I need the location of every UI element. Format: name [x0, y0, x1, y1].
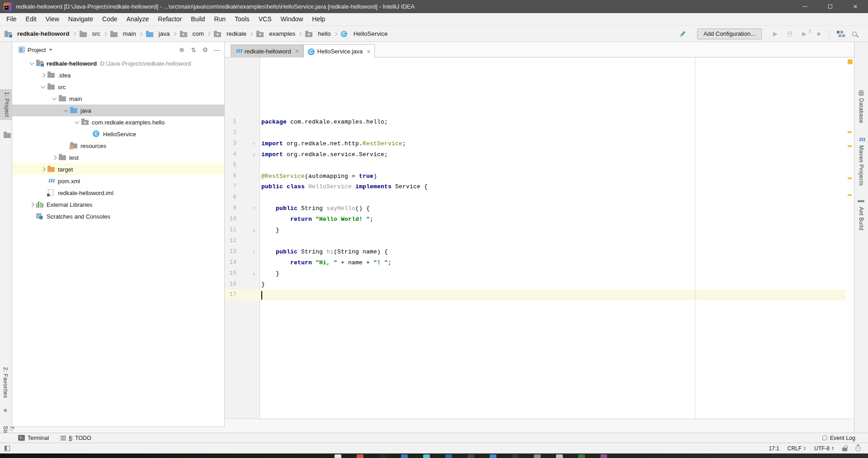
chevron-down-icon[interactable]	[50, 98, 59, 100]
breadcrumb-item-src[interactable]: src	[80, 30, 101, 37]
stop-icon[interactable]: ■	[814, 29, 824, 39]
toolwindow-button-todo[interactable]: 6: TODO	[61, 435, 91, 441]
toolwindow-toggle-icon[interactable]	[5, 446, 10, 451]
menu-item-navigate[interactable]: Navigate	[64, 13, 98, 25]
chevron-right-icon[interactable]	[38, 74, 47, 77]
menu-item-vcs[interactable]: VCS	[254, 13, 276, 25]
chevron-down-icon[interactable]	[27, 62, 36, 64]
tree-row[interactable]: Scratches and Consoles	[12, 210, 224, 222]
tree-row[interactable]: com.redkale.examples.hello	[12, 116, 224, 128]
fold-marker-icon[interactable]: ▵	[253, 268, 255, 279]
menu-item-tools[interactable]: Tools	[230, 13, 254, 25]
chevron-down-icon[interactable]	[72, 121, 81, 123]
menu-item-view[interactable]: View	[41, 13, 64, 25]
toolwindow-button-event-log[interactable]: Event Log	[822, 435, 855, 441]
code-line-4[interactable]: 4▵import org.redkale.service.Service;	[225, 149, 849, 160]
breadcrumb-item-examples[interactable]: examples	[256, 30, 296, 37]
code-line-13[interactable]: 13▿ public String hi(String name) {	[225, 247, 849, 258]
fold-marker-icon[interactable]: ▿	[253, 247, 255, 258]
chevron-right-icon[interactable]	[50, 156, 59, 159]
run-icon[interactable]: ▶	[770, 29, 780, 39]
caret-position-widget[interactable]: 17:1	[769, 445, 779, 452]
edit-configurations-pencil-icon[interactable]	[678, 29, 688, 39]
tree-row[interactable]: redkale-helloword.iml	[12, 187, 224, 199]
debug-icon[interactable]	[785, 29, 795, 39]
code-line-7[interactable]: 7public class HelloService implements Se…	[225, 181, 849, 192]
tree-row[interactable]: mpom.xml	[12, 175, 224, 187]
line-separator-widget[interactable]: CRLF▲▼	[788, 445, 806, 452]
code-line-10[interactable]: 10 return "Hello World! ";	[225, 214, 849, 225]
project-structure-icon[interactable]	[835, 29, 845, 39]
gear-icon[interactable]: ⚙	[199, 46, 211, 53]
menu-item-build[interactable]: Build	[186, 13, 209, 25]
tree-row[interactable]: java	[12, 105, 224, 116]
toolwindow-button-project[interactable]: 1: Project	[0, 89, 12, 120]
code-line-16[interactable]: 16}	[225, 279, 849, 290]
fold-marker-icon[interactable]: ▵	[253, 225, 255, 236]
menu-item-window[interactable]: Window	[276, 13, 308, 25]
code-line-2[interactable]: 2	[225, 128, 849, 138]
chevron-right-icon[interactable]	[38, 168, 47, 171]
toolwindow-button-ant-build[interactable]: Ant Build	[858, 207, 864, 231]
collapse-all-icon[interactable]: ⇅	[188, 47, 199, 53]
fold-marker-icon[interactable]: ▿	[253, 203, 255, 214]
code-line-15[interactable]: 15▵ }	[225, 268, 849, 279]
code-line-11[interactable]: 11▵ }	[225, 225, 849, 236]
code-line-9[interactable]: 9▿ public String sayHello() {	[225, 203, 849, 214]
breadcrumb-item-redkale-helloword[interactable]: redkale-helloword	[5, 30, 71, 37]
fold-marker-icon[interactable]: ▵	[253, 149, 255, 160]
tree-row[interactable]: CHelloService	[12, 128, 224, 140]
menu-item-analyze[interactable]: Analyze	[122, 13, 154, 25]
breadcrumb-item-helloservice[interactable]: CHelloService	[341, 30, 389, 37]
chevron-right-icon[interactable]	[27, 203, 36, 206]
hide-panel-icon[interactable]: —	[211, 46, 223, 53]
code-line-5[interactable]: 5	[225, 160, 849, 171]
chevron-down-icon[interactable]	[38, 86, 47, 88]
tree-row[interactable]: src	[12, 81, 224, 93]
fold-marker-icon[interactable]: ▿	[253, 138, 255, 149]
close-tab-icon[interactable]: ×	[367, 48, 370, 55]
hector-inspection-icon[interactable]	[855, 446, 861, 451]
star-icon[interactable]: ★	[3, 407, 8, 414]
breadcrumb-item-redkale[interactable]: redkale	[214, 30, 247, 37]
code-line-12[interactable]: 12	[225, 236, 849, 247]
breadcrumb-item-com[interactable]: com	[180, 30, 205, 37]
code-editor[interactable]: 1package com.redkale.examples.hello;23▿i…	[225, 57, 854, 419]
toolwindow-button-maven-projects[interactable]: Maven Projects	[858, 145, 864, 186]
menu-item-refactor[interactable]: Refactor	[153, 13, 186, 25]
breadcrumb-item-main[interactable]: main	[110, 30, 137, 37]
search-everywhere-icon[interactable]	[849, 29, 859, 39]
minimize-button[interactable]	[792, 0, 817, 13]
menu-item-file[interactable]: File	[2, 13, 21, 25]
code-line-1[interactable]: 1package com.redkale.examples.hello;	[225, 117, 849, 128]
code-line-17[interactable]: 17	[225, 290, 849, 301]
unlock-icon[interactable]	[842, 448, 847, 451]
tree-row[interactable]: .idea	[12, 69, 224, 81]
tree-row[interactable]: redkale-hellowordD:\Java-Projects\redkal…	[12, 57, 224, 69]
tree-row[interactable]: External Libraries	[12, 199, 224, 210]
breadcrumb-item-java[interactable]: java	[146, 30, 171, 37]
tree-row[interactable]: resources	[12, 140, 224, 152]
code-line-8[interactable]: 8	[225, 192, 849, 203]
editor-tab-helloservice.java[interactable]: CHelloService.java×	[303, 44, 375, 58]
code-line-6[interactable]: 6@RestService(automapping = true)	[225, 171, 849, 182]
close-button[interactable]: ✕	[843, 0, 868, 13]
tree-row[interactable]: test	[12, 152, 224, 163]
locate-file-icon[interactable]: ⊕	[176, 46, 188, 53]
tree-row[interactable]: target	[12, 163, 224, 175]
add-configuration-button[interactable]: Add Configuration...	[697, 29, 762, 39]
project-panel-title[interactable]: Project	[28, 47, 46, 53]
code-line-3[interactable]: 3▿import org.redkale.net.http.RestServic…	[225, 138, 849, 149]
toolwindow-button-terminal[interactable]: >_ Terminal	[18, 435, 49, 441]
menu-item-run[interactable]: Run	[209, 13, 230, 25]
toolwindow-button-database[interactable]: Database	[858, 98, 864, 123]
maximize-button[interactable]	[817, 0, 843, 13]
toolwindow-button-favorites[interactable]: 2: Favorites	[2, 367, 9, 398]
code-line-14[interactable]: 14 return "Hi, " + name + "! ";	[225, 258, 849, 268]
encoding-widget[interactable]: UTF-8▲▼	[814, 445, 834, 452]
breadcrumb-item-hello[interactable]: hello	[305, 30, 332, 37]
editor-tab-redkale-helloword[interactable]: mredkale-helloword×	[231, 44, 303, 57]
close-tab-icon[interactable]: ×	[295, 48, 299, 54]
menu-item-edit[interactable]: Edit	[21, 13, 41, 25]
menu-item-code[interactable]: Code	[98, 13, 122, 25]
